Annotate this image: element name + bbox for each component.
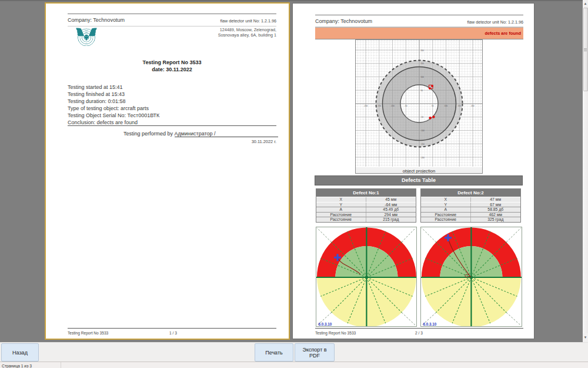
svg-text:200: 200: [421, 49, 425, 52]
svg-text:100: 100: [421, 76, 425, 78]
svg-text:-150: -150: [421, 143, 425, 145]
svg-text:50: 50: [421, 89, 423, 92]
svg-text:-100: -100: [390, 105, 395, 107]
svg-text:-150: -150: [377, 105, 382, 107]
svg-text:-50: -50: [421, 116, 424, 118]
svg-text:6.0.3.10: 6.0.3.10: [319, 322, 332, 326]
svg-text:-200: -200: [421, 157, 425, 159]
svg-text:200: 200: [471, 105, 475, 107]
svg-text:-100: -100: [421, 130, 425, 132]
svg-text:-50: -50: [405, 105, 407, 107]
svg-text:150: 150: [458, 105, 462, 107]
svg-text:50: 50: [432, 105, 434, 107]
svg-text:6.0.3.10: 6.0.3.10: [423, 322, 437, 326]
svg-text:object projection: object projection: [403, 168, 435, 174]
svg-text:150: 150: [421, 62, 425, 65]
svg-text:-200: -200: [364, 105, 368, 107]
svg-text:100: 100: [445, 105, 448, 107]
